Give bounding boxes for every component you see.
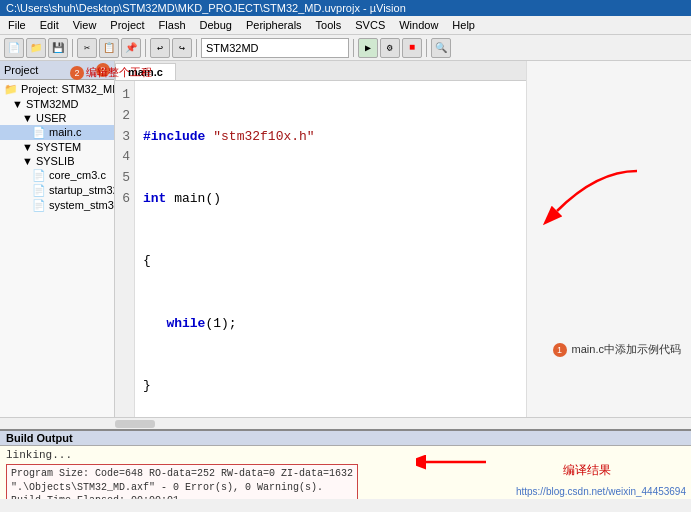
menu-help[interactable]: Help — [448, 18, 479, 32]
tree-core-cm3[interactable]: 📄 core_cm3.c — [0, 168, 114, 183]
tree-syslib[interactable]: ▼ SYSLIB — [0, 154, 114, 168]
editor-tabs: main.c — [115, 61, 526, 81]
red-arrow-annotation — [537, 151, 657, 235]
code-line-2: int main() — [143, 189, 518, 210]
tree-stm32md[interactable]: ▼ STM32MD — [0, 97, 114, 111]
project-name-input[interactable] — [201, 38, 349, 58]
menu-debug[interactable]: Debug — [196, 18, 236, 32]
build-output: Build Output linking... Program Size: Co… — [0, 429, 691, 499]
build-arrow-svg — [416, 447, 496, 477]
toolbar-undo-btn[interactable]: ↩ — [150, 38, 170, 58]
toolbar-save-btn[interactable]: 💾 — [48, 38, 68, 58]
code-area[interactable]: #include "stm32f10x.h" int main() { whil… — [135, 81, 526, 417]
title-bar: C:\Users\shuh\Desktop\STM32MD\MKD_PROJEC… — [0, 0, 691, 16]
editor-content: 1 2 3 4 5 6 #include "stm32f10x.h" int m… — [115, 81, 526, 417]
toolbar-sep-5 — [426, 39, 427, 57]
toolbar-paste-btn[interactable]: 📌 — [121, 38, 141, 58]
tree-main-c[interactable]: 📄 main.c — [0, 125, 114, 140]
right-panel: 1 main.c中添加示例代码 — [526, 61, 691, 417]
watermark: https://blog.csdn.net/weixin_44453694 — [516, 486, 686, 497]
project-panel: Project 2 📁 Project: STM32_MD ▼ STM32MD … — [0, 61, 115, 417]
toolbar: 📄 📁 💾 ✂ 📋 📌 ↩ ↪ ▶ ⚙ ■ 🔍 — [0, 35, 691, 61]
build-line-4: Build Time Elapsed: 00:00:01 — [11, 494, 353, 499]
toolbar-rebuild-btn[interactable]: ⚙ — [380, 38, 400, 58]
code-line-5: } — [143, 376, 518, 397]
tree-startup[interactable]: 📄 startup_stm32f10 — [0, 183, 114, 198]
build-box: Program Size: Code=648 RO-data=252 RW-da… — [6, 464, 358, 499]
h-scrollbar[interactable] — [0, 417, 691, 429]
toolbar-copy-btn[interactable]: 📋 — [99, 38, 119, 58]
line-numbers: 1 2 3 4 5 6 — [115, 81, 135, 417]
build-output-header: Build Output — [0, 431, 691, 446]
menu-project[interactable]: Project — [106, 18, 148, 32]
build-line-3: ".\Objects\STM32_MD.axf" - 0 Error(s), 0… — [11, 481, 353, 495]
arrow-svg — [537, 151, 657, 231]
menu-tools[interactable]: Tools — [312, 18, 346, 32]
toolbar-new-btn[interactable]: 📄 — [4, 38, 24, 58]
toolbar-open-btn[interactable]: 📁 — [26, 38, 46, 58]
toolbar-sep-2 — [145, 39, 146, 57]
toolbar-build-btn[interactable]: ▶ — [358, 38, 378, 58]
code-line-1: #include "stm32f10x.h" — [143, 127, 518, 148]
tree-user[interactable]: ▼ USER — [0, 111, 114, 125]
project-annotation: 2编辑整个工程 — [70, 65, 152, 80]
menu-view[interactable]: View — [69, 18, 101, 32]
code-line-4: while(1); — [143, 314, 518, 335]
toolbar-debug-btn[interactable]: 🔍 — [431, 38, 451, 58]
toolbar-sep-1 — [72, 39, 73, 57]
toolbar-redo-btn[interactable]: ↪ — [172, 38, 192, 58]
build-red-arrow — [416, 447, 496, 481]
menu-window[interactable]: Window — [395, 18, 442, 32]
project-tree: 📁 Project: STM32_MD ▼ STM32MD ▼ USER 📄 m… — [0, 80, 114, 417]
menu-svcs[interactable]: SVCS — [351, 18, 389, 32]
tree-system-stm32[interactable]: 📄 system_stm32f10 — [0, 198, 114, 213]
editor-area: main.c 1 2 3 4 5 6 #include "stm32f10x.h… — [115, 61, 526, 417]
toolbar-sep-3 — [196, 39, 197, 57]
build-annotation: 编译结果 — [563, 462, 611, 479]
menu-flash[interactable]: Flash — [155, 18, 190, 32]
main-annotation: 1 main.c中添加示例代码 — [553, 342, 681, 357]
menu-file[interactable]: File — [4, 18, 30, 32]
menu-edit[interactable]: Edit — [36, 18, 63, 32]
menu-bar: File Edit View Project Flash Debug Perip… — [0, 16, 691, 35]
build-line-2: Program Size: Code=648 RO-data=252 RW-da… — [11, 467, 353, 481]
tree-project-root[interactable]: 📁 Project: STM32_MD — [0, 82, 114, 97]
toolbar-cut-btn[interactable]: ✂ — [77, 38, 97, 58]
code-line-3: { — [143, 251, 518, 272]
toolbar-stop-btn[interactable]: ■ — [402, 38, 422, 58]
toolbar-sep-4 — [353, 39, 354, 57]
tree-system[interactable]: ▼ SYSTEM — [0, 140, 114, 154]
menu-peripherals[interactable]: Peripherals — [242, 18, 306, 32]
